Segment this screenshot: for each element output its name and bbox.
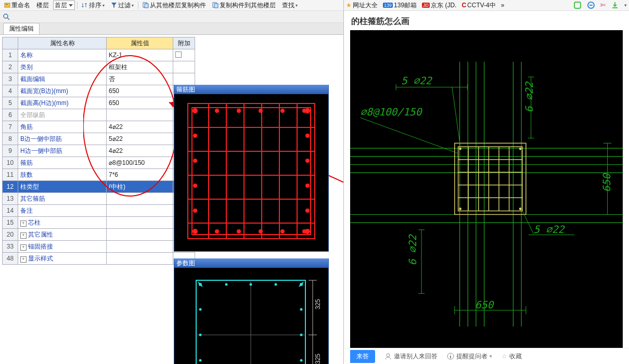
svg-point-30	[237, 109, 241, 113]
bookmark-139mail[interactable]: 139 139邮箱	[383, 1, 417, 10]
param-diagram-window: 参数图	[174, 258, 329, 364]
filter-button[interactable]: 过滤 ▾	[109, 1, 136, 10]
svg-text:6 ⌀22: 6 ⌀22	[523, 81, 535, 112]
svg-point-101	[459, 148, 461, 150]
table-row[interactable]: 15+ 芯柱	[3, 217, 195, 229]
svg-point-35	[237, 229, 241, 233]
expand-icon[interactable]: +	[20, 244, 27, 251]
bookmark-cctv[interactable]: C CCTV-4中	[461, 1, 495, 10]
param-title[interactable]: 参数图	[174, 258, 328, 268]
table-row[interactable]: 20+ 其它属性	[3, 229, 195, 241]
svg-point-32	[280, 109, 285, 113]
table-row[interactable]: 6全部纵筋	[3, 109, 195, 121]
chevron-down-icon[interactable]: ▾	[624, 3, 627, 8]
table-row[interactable]: 11肢数7*6	[3, 169, 195, 181]
table-row[interactable]: 9H边一侧中部筋4⌀22	[3, 145, 195, 157]
bookmark-all[interactable]: ★ 网址大全	[346, 1, 378, 10]
table-row[interactable]: 2类别框架柱	[3, 61, 195, 73]
table-row[interactable]: 1名称KZ-1	[3, 49, 195, 61]
col-value: 属性值	[107, 37, 173, 49]
bookmark-jd[interactable]: JD 京东 (JD.	[422, 1, 456, 10]
floor-label: 楼层	[34, 1, 51, 10]
sort-button[interactable]: 排序 ▾	[80, 1, 107, 10]
table-row[interactable]: 3截面编辑否	[3, 73, 195, 85]
svg-point-45	[305, 184, 310, 188]
svg-point-36	[259, 229, 263, 233]
svg-point-131	[387, 354, 390, 357]
table-row[interactable]: 33+ 锚固搭接	[3, 241, 195, 253]
download-icon[interactable]	[611, 1, 619, 9]
svg-point-31	[259, 109, 263, 113]
find-button[interactable]: 查找 ▾	[280, 1, 300, 10]
svg-text:650: 650	[475, 299, 495, 311]
svg-text:325: 325	[314, 354, 322, 364]
rename-button[interactable]: 重命名	[2, 1, 32, 10]
svg-point-65	[300, 334, 303, 336]
property-panel: 属性名称 属性值 附加 1名称KZ-12类别框架柱3截面编辑否4截面宽(B边)(…	[0, 35, 343, 364]
stirrup-title[interactable]: 箍筋图	[174, 85, 328, 94]
svg-point-37	[280, 229, 285, 233]
table-row[interactable]: 7角筋4⌀22	[3, 121, 195, 133]
jd-badge: JD	[422, 3, 430, 8]
svg-point-38	[302, 229, 306, 233]
table-row[interactable]: 48+ 显示样式	[3, 253, 195, 265]
zoom-out-icon[interactable]	[587, 1, 595, 9]
browser-ext-icon[interactable]	[573, 1, 582, 9]
bookmark-more[interactable]: »	[501, 2, 505, 9]
answer-toolbar: 来答 邀请别人来回答 提醒提问者 ▾ ☆ 收藏	[344, 348, 629, 364]
answer-button[interactable]: 来答	[350, 350, 375, 363]
svg-text:5 ⌀22: 5 ⌀22	[534, 224, 566, 236]
tab-property-edit[interactable]: 属性编辑	[3, 23, 40, 34]
chevron-down-icon: ▾	[296, 3, 298, 8]
table-row[interactable]: 8B边一侧中部筋5⌀22	[3, 133, 195, 145]
svg-point-27	[192, 229, 198, 234]
filter-icon	[111, 2, 117, 8]
expand-icon[interactable]: +	[20, 220, 27, 227]
star-icon: ★	[346, 2, 352, 9]
invite-button[interactable]: 邀请别人来回答	[384, 352, 438, 361]
svg-text:325: 325	[314, 299, 322, 309]
property-table: 属性名称 属性值 附加 1名称KZ-12类别框架柱3截面编辑否4截面宽(B边)(…	[2, 37, 195, 265]
param-canvas: 325 325	[174, 268, 328, 364]
svg-point-56	[250, 283, 252, 286]
rename-label: 重命名	[11, 1, 30, 10]
table-row[interactable]: 4截面宽(B边)(mm)650	[3, 85, 195, 97]
svg-point-25	[192, 108, 198, 113]
star-icon: ☆	[502, 353, 507, 360]
svg-text:6 ⌀22: 6 ⌀22	[407, 233, 419, 265]
stirrup-canvas	[174, 94, 328, 251]
favorite-button[interactable]: ☆ 收藏	[502, 352, 522, 361]
table-row[interactable]: 12柱类型(中柱)	[3, 181, 195, 193]
table-row[interactable]: 5截面高(H边)(mm)650	[3, 97, 195, 109]
svg-rect-1	[6, 4, 8, 5]
svg-point-57	[275, 283, 277, 286]
cut-icon[interactable]: ✄	[600, 2, 606, 9]
svg-rect-3	[145, 4, 148, 8]
svg-point-46	[305, 209, 310, 213]
svg-point-42	[193, 209, 197, 213]
copy-to-button[interactable]: 复制构件到其他楼层	[210, 1, 278, 10]
main-toolbar: 重命名 楼层 首层 排序 ▾ 过滤 ▾ 从其他楼层复制构件 复制构件	[0, 0, 343, 11]
svg-point-63	[199, 359, 202, 362]
col-extra: 附加	[173, 37, 195, 49]
search-icon[interactable]	[2, 12, 10, 21]
cctv-icon: C	[461, 2, 466, 9]
remind-button[interactable]: 提醒提问者 ▾	[447, 352, 492, 361]
floor-select[interactable]: 首层	[53, 1, 75, 10]
checkbox[interactable]	[175, 51, 182, 58]
table-row[interactable]: 10箍筋⌀8@100/150	[3, 157, 195, 169]
svg-rect-77	[350, 41, 623, 336]
table-row[interactable]: 14备注	[3, 205, 195, 217]
svg-text:⌀8@100/150: ⌀8@100/150	[361, 106, 423, 118]
copy-from-button[interactable]: 从其他楼层复制构件	[140, 1, 208, 10]
expand-icon[interactable]: +	[20, 232, 27, 239]
copy-icon	[143, 2, 149, 8]
stirrup-diagram-window: 箍筋图	[174, 85, 329, 252]
svg-point-43	[305, 134, 310, 138]
svg-point-41	[193, 184, 197, 188]
left-pane: 重命名 楼层 首层 排序 ▾ 过滤 ▾ 从其他楼层复制构件 复制构件	[0, 0, 344, 364]
cad-drawing: 5 ⌀22 6 ⌀22 ⌀8@100/150 5 ⌀22 6 ⌀22 650 6…	[350, 30, 623, 348]
table-row[interactable]: 13其它箍筋	[3, 193, 195, 205]
expand-icon[interactable]: +	[20, 256, 27, 263]
svg-point-39	[193, 134, 197, 138]
